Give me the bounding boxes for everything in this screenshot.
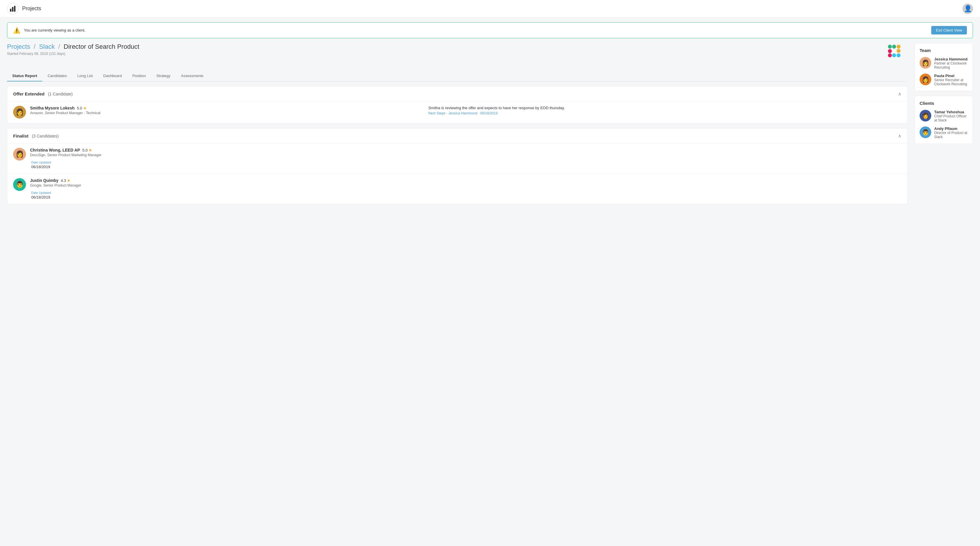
svg-rect-4 bbox=[892, 45, 896, 49]
candidate-title-smitha: Amazon, Senior Product Manager - Technic… bbox=[30, 111, 424, 115]
finalist-title: Finalist (3 Candidates) bbox=[13, 134, 59, 138]
person-role-jessica: Partner at Clockwork Recruiting bbox=[934, 61, 968, 70]
person-role-paula: Senior Recruiter at Clockwork Recruiting bbox=[934, 78, 968, 86]
person-info-paula: Paula Pinel Senior Recruiter at Clockwor… bbox=[934, 73, 968, 86]
candidate-meta-smitha: Next Steps · Jessica Hammond · 06/18/201… bbox=[428, 111, 902, 115]
project-info: Projects / Slack / Director of Search Pr… bbox=[7, 43, 139, 56]
star-icon-justin: ★ bbox=[67, 178, 71, 183]
candidate-main-christina: Christina Wong, LEED AP 5.0 ★ DocuSign, … bbox=[30, 148, 902, 169]
tab-strategy[interactable]: Strategy bbox=[151, 71, 176, 81]
finalist-chevron: ∧ bbox=[898, 133, 902, 139]
banner-text: You are currently viewing as a client. bbox=[24, 28, 928, 32]
candidate-title-justin: Google, Senior Product Manager bbox=[30, 183, 902, 188]
candidate-name-christina[interactable]: Christina Wong, LEED AP bbox=[30, 148, 80, 153]
client-tamar: 👩 Tamar Yehoshua Chief Product Officer a… bbox=[920, 110, 968, 123]
date-block-christina: Date Updated 06/18/2019 bbox=[30, 161, 902, 169]
candidate-row-justin: 👨 Justin Quimby 4.3 ★ Google, Senior Pro… bbox=[7, 174, 907, 204]
candidate-name-row-smitha: Smitha Mysore Lokesh 5.0 ★ bbox=[30, 106, 424, 110]
tab-bar: Status Report Candidates Long List Dashb… bbox=[7, 71, 908, 81]
star-icon: ★ bbox=[83, 106, 87, 110]
tab-candidates[interactable]: Candidates bbox=[42, 71, 72, 81]
avatar-tamar: 👩 bbox=[920, 110, 931, 121]
team-member-paula: 👩 Paula Pinel Senior Recruiter at Clockw… bbox=[920, 73, 968, 86]
exit-client-view-button[interactable]: Exit Client View bbox=[931, 26, 967, 35]
person-name-paula: Paula Pinel bbox=[934, 73, 968, 78]
svg-rect-8 bbox=[888, 49, 892, 53]
breadcrumb-slack[interactable]: Slack bbox=[39, 43, 55, 50]
warning-icon: ⚠️ bbox=[13, 27, 21, 34]
candidate-name-row-justin: Justin Quimby 4.3 ★ bbox=[30, 178, 902, 183]
team-member-jessica: 👩 Jessica Hammond Partner at Clockwork R… bbox=[920, 57, 968, 70]
tab-assessments[interactable]: Assessments bbox=[176, 71, 208, 81]
candidate-rating-christina: 5.0 ★ bbox=[82, 148, 92, 153]
svg-rect-10 bbox=[897, 53, 900, 57]
candidate-avatar-christina: 👩 bbox=[13, 148, 26, 161]
breadcrumb: Projects / Slack / Director of Search Pr… bbox=[7, 43, 139, 51]
tab-dashboard[interactable]: Dashboard bbox=[98, 71, 127, 81]
header-left: Projects bbox=[7, 3, 41, 14]
app-logo bbox=[7, 3, 19, 14]
breadcrumb-projects[interactable]: Projects bbox=[7, 43, 30, 50]
person-info-jessica: Jessica Hammond Partner at Clockwork Rec… bbox=[934, 57, 968, 70]
offer-extended-chevron: ∧ bbox=[898, 91, 902, 97]
candidate-name-row-christina: Christina Wong, LEED AP 5.0 ★ bbox=[30, 148, 902, 153]
svg-rect-3 bbox=[888, 45, 892, 49]
avatar-jessica: 👩 bbox=[920, 57, 931, 68]
breadcrumb-sep-1: / bbox=[34, 43, 36, 50]
candidate-rating-smitha: 5.0 ★ bbox=[77, 106, 87, 110]
star-icon-christina: ★ bbox=[88, 148, 92, 153]
offer-extended-header[interactable]: Offer Extended (1 Candidate) ∧ bbox=[7, 86, 907, 101]
candidate-title-christina: DocuSign, Senior Product Marketing Manag… bbox=[30, 153, 902, 157]
finalist-section: Finalist (3 Candidates) ∧ 👩 Christina Wo… bbox=[7, 128, 908, 204]
person-role-tamar: Chief Product Officer at Slack bbox=[934, 114, 968, 123]
person-info-tamar: Tamar Yehoshua Chief Product Officer at … bbox=[934, 110, 968, 123]
header: Projects 👤 bbox=[0, 0, 980, 18]
project-date: Started February 08, 2019 (131 days) bbox=[7, 52, 139, 56]
candidate-avatar-justin: 👨 bbox=[13, 178, 26, 191]
person-info-andy: Andy Pflaum Director of Product at Slack bbox=[934, 126, 968, 139]
candidate-note-smitha: Smitha is reviewing the offer and expect… bbox=[428, 106, 902, 110]
offer-extended-section: Offer Extended (1 Candidate) ∧ 👩 Smitha … bbox=[7, 86, 908, 124]
person-role-andy: Director of Product at Slack bbox=[934, 131, 968, 139]
tab-long-list[interactable]: Long List bbox=[72, 71, 98, 81]
client-view-banner: ⚠️ You are currently viewing as a client… bbox=[7, 22, 973, 38]
breadcrumb-current: Director of Search Product bbox=[64, 43, 139, 50]
offer-extended-title: Offer Extended (1 Candidate) bbox=[13, 91, 73, 96]
svg-rect-2 bbox=[14, 6, 16, 12]
candidate-row-christina: 👩 Christina Wong, LEED AP 5.0 ★ DocuSign… bbox=[7, 143, 907, 174]
person-name-andy: Andy Pflaum bbox=[934, 126, 968, 131]
team-title: Team bbox=[920, 48, 968, 53]
team-section: Team 👩 Jessica Hammond Partner at Clockw… bbox=[915, 43, 973, 91]
tab-position[interactable]: Position bbox=[127, 71, 151, 81]
svg-rect-1 bbox=[12, 7, 13, 12]
svg-rect-5 bbox=[897, 45, 900, 49]
content-area: Projects / Slack / Director of Search Pr… bbox=[7, 43, 908, 209]
candidate-avatar-smitha: 👩 bbox=[13, 106, 26, 119]
candidate-info-smitha: Smitha is reviewing the offer and expect… bbox=[428, 106, 902, 115]
slack-logo bbox=[881, 43, 908, 65]
person-name-tamar: Tamar Yehoshua bbox=[934, 110, 968, 114]
breadcrumb-sep-2: / bbox=[58, 43, 60, 50]
avatar-paula: 👩 bbox=[920, 73, 931, 85]
clients-title: Clients bbox=[920, 101, 968, 106]
svg-rect-7 bbox=[888, 53, 892, 57]
project-header: Projects / Slack / Director of Search Pr… bbox=[7, 43, 908, 65]
svg-rect-9 bbox=[892, 53, 896, 57]
candidate-name-smitha[interactable]: Smitha Mysore Lokesh bbox=[30, 106, 75, 110]
clients-section: Clients 👩 Tamar Yehoshua Chief Product O… bbox=[915, 96, 973, 144]
tab-status-report[interactable]: Status Report bbox=[7, 71, 42, 81]
sidebar: Team 👩 Jessica Hammond Partner at Clockw… bbox=[915, 43, 973, 209]
finalist-header[interactable]: Finalist (3 Candidates) ∧ bbox=[7, 129, 907, 143]
svg-rect-6 bbox=[897, 49, 900, 53]
candidate-rating-justin: 4.3 ★ bbox=[61, 178, 71, 183]
person-name-jessica: Jessica Hammond bbox=[934, 57, 968, 61]
candidate-name-justin[interactable]: Justin Quimby bbox=[30, 178, 58, 183]
candidate-main-justin: Justin Quimby 4.3 ★ Google, Senior Produ… bbox=[30, 178, 902, 199]
main-layout: Projects / Slack / Director of Search Pr… bbox=[0, 43, 980, 216]
candidate-row: 👩 Smitha Mysore Lokesh 5.0 ★ Amazon, Sen… bbox=[7, 101, 907, 123]
header-title: Projects bbox=[22, 6, 41, 12]
candidate-main-smitha: Smitha Mysore Lokesh 5.0 ★ Amazon, Senio… bbox=[30, 106, 424, 115]
date-block-justin: Date Updated 06/18/2019 bbox=[30, 191, 902, 199]
user-avatar[interactable]: 👤 bbox=[963, 3, 973, 14]
svg-rect-0 bbox=[10, 9, 11, 12]
